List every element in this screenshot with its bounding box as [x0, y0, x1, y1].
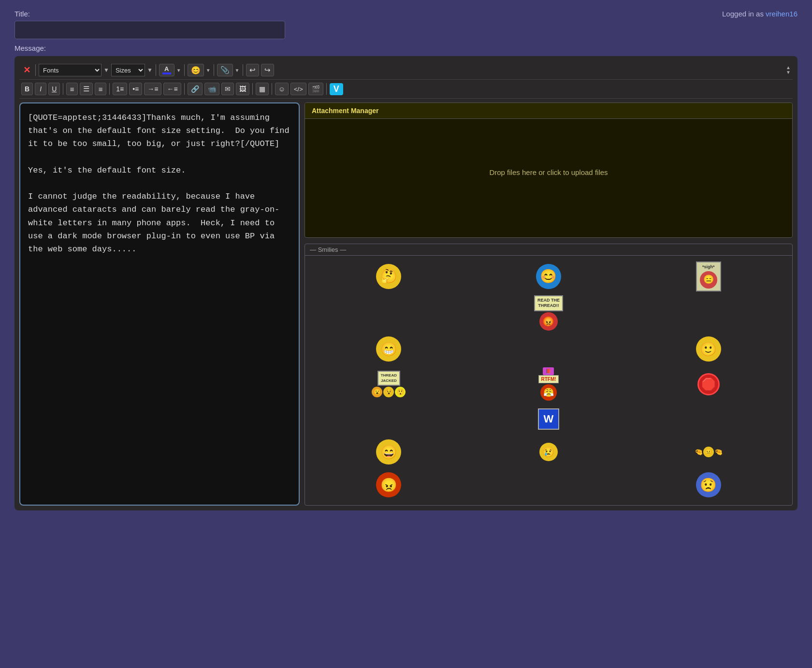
smilies-container: — Smilies — 🤔 😊 *sigh*😑: [304, 244, 793, 506]
attachment-manager-header: Attachment Manager: [305, 103, 792, 119]
redo-button[interactable]: ↪: [261, 64, 274, 76]
italic-button[interactable]: I: [35, 83, 46, 95]
smiley-thread-jacked[interactable]: THREADJACKED 😮 😵 😲: [311, 367, 467, 401]
smiley-blank2[interactable]: [630, 295, 786, 331]
smiley-read-thread[interactable]: READ THETHREAD!! 😡: [471, 295, 627, 331]
outdent-button[interactable]: ←≡: [163, 83, 181, 95]
separator-4: [214, 64, 214, 76]
table-button[interactable]: ▦: [256, 83, 269, 95]
smiley-blank4[interactable]: [311, 405, 467, 434]
smiley-group[interactable]: 🤏 😐 🤏: [630, 437, 786, 466]
video-button[interactable]: 📹: [204, 83, 219, 95]
smiley-wink[interactable]: 😊: [471, 261, 627, 291]
title-input[interactable]: [14, 21, 285, 39]
smiley-word[interactable]: W: [471, 405, 627, 434]
smiley-think[interactable]: 🤔: [311, 261, 467, 291]
smilies-grid: 🤔 😊 *sigh*😑 READ THETHREAD!! 😡: [305, 256, 792, 505]
smiley-blank3[interactable]: [471, 334, 627, 363]
font-select[interactable]: Fonts: [39, 64, 102, 76]
smiley2-button[interactable]: ☺: [275, 83, 289, 95]
smiley-sad-sign[interactable]: 😢: [471, 437, 627, 466]
emoji-dropdown-arrow: ▼: [206, 68, 211, 73]
scroll-down-arrow[interactable]: ▼: [786, 70, 791, 75]
separator-2: [156, 64, 156, 76]
message-textarea[interactable]: [19, 102, 300, 506]
smiley-angry[interactable]: 😠: [311, 470, 467, 499]
attachment-drop-text: Drop files here or click to upload files: [489, 168, 608, 176]
code-button[interactable]: </>: [290, 83, 306, 95]
font-color-text-icon: A: [164, 66, 169, 72]
separator-3: [184, 64, 185, 76]
toolbar-row1: ✕ Fonts ▼ Sizes ▼ A ▼ 😊 ▼ 📎 ▼ ↩ ↪ ▲ ▼: [19, 61, 793, 80]
align-right-button[interactable]: ≡: [95, 83, 106, 95]
image-button[interactable]: 🖼: [236, 83, 249, 95]
align-center-button[interactable]: ☰: [80, 83, 93, 95]
smilies-header: — Smilies —: [305, 244, 792, 256]
title-section: Title:: [14, 10, 285, 39]
ordered-list-button[interactable]: 1≡: [113, 83, 127, 95]
font-color-bar-icon: [162, 73, 171, 74]
attachment-button[interactable]: 📎: [217, 64, 233, 76]
editor-body: Attachment Manager Drop files here or cl…: [19, 102, 793, 506]
emoji-button[interactable]: 😊: [188, 64, 204, 76]
separator-5: [243, 64, 243, 76]
font-color-dropdown-arrow: ▼: [176, 68, 181, 73]
smiley-sigh[interactable]: *sigh*😑: [630, 261, 786, 291]
smiley-blue-sad[interactable]: 😟: [630, 470, 786, 499]
smilies-label: Smilies: [318, 246, 338, 253]
separator-7: [109, 83, 110, 95]
vimeo-button[interactable]: V: [330, 83, 343, 95]
bold-button[interactable]: B: [21, 83, 33, 95]
separator-6: [63, 83, 63, 95]
media-button[interactable]: 🎬: [308, 83, 323, 95]
font-dropdown-arrow: ▼: [103, 67, 109, 73]
toolbar-row2: B I U ≡ ☰ ≡ 1≡ •≡ →≡ ←≡ 🔗 📹 ✉ 🖼 ▦ ☺ </> …: [19, 80, 793, 99]
scroll-arrows: ▲ ▼: [786, 65, 791, 75]
separator-11: [326, 83, 327, 95]
image-link-button[interactable]: 🔗: [188, 83, 203, 95]
unordered-list-button[interactable]: •≡: [129, 83, 142, 95]
smiley-blank5[interactable]: [630, 405, 786, 434]
username-link[interactable]: vreihen16: [766, 10, 798, 18]
undo-button[interactable]: ↩: [246, 64, 259, 76]
logged-in-section: Logged in as vreihen16: [722, 10, 798, 18]
attachment-drop-zone[interactable]: Drop files here or click to upload files: [305, 119, 792, 225]
align-left-button[interactable]: ≡: [66, 83, 78, 95]
separator-8: [184, 83, 185, 95]
smiley-blank1[interactable]: [311, 295, 467, 331]
editor-container: ✕ Fonts ▼ Sizes ▼ A ▼ 😊 ▼ 📎 ▼ ↩ ↪ ▲ ▼: [14, 56, 798, 510]
smiley-stop[interactable]: 🛑: [630, 367, 786, 401]
separator-9: [252, 83, 253, 95]
smiley-blank6[interactable]: [471, 470, 627, 499]
right-panel: Attachment Manager Drop files here or cl…: [304, 102, 793, 506]
email-button[interactable]: ✉: [221, 83, 234, 95]
title-label: Title:: [14, 10, 285, 18]
top-bar: Title: Logged in as vreihen16: [14, 10, 798, 39]
attach-dropdown-arrow: ▼: [235, 68, 240, 73]
indent-button[interactable]: →≡: [144, 83, 161, 95]
separator-10: [272, 83, 272, 95]
smiley-happy2[interactable]: 😄: [311, 437, 467, 466]
font-color-button[interactable]: A: [159, 64, 174, 76]
underline-button[interactable]: U: [48, 83, 60, 95]
size-dropdown-arrow: ▼: [147, 67, 153, 73]
message-label: Message:: [14, 44, 798, 52]
smiley-grin[interactable]: 😁: [311, 334, 467, 363]
smiley-happy[interactable]: 🙂: [630, 334, 786, 363]
close-button[interactable]: ✕: [21, 65, 32, 75]
logged-in-text: Logged in as: [722, 10, 766, 18]
separator-1: [35, 64, 36, 76]
smiley-rtfm[interactable]: 📕 RTFM! 😤: [471, 367, 627, 401]
attachment-manager: Attachment Manager Drop files here or cl…: [304, 102, 793, 238]
size-select[interactable]: Sizes: [111, 64, 145, 76]
